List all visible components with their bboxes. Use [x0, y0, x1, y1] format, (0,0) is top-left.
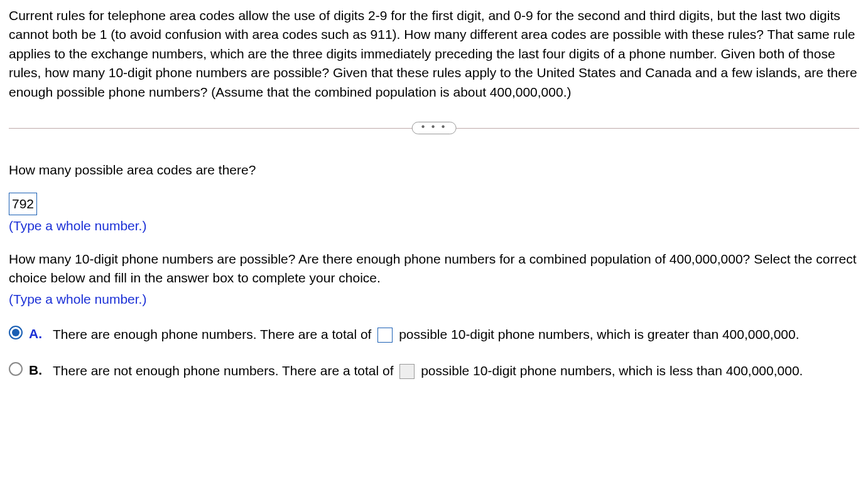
choice-a-fill-input[interactable]: [377, 328, 393, 343]
question-1-prompt: How many possible area codes are there?: [9, 161, 859, 179]
radio-selected-dot: [12, 329, 19, 336]
choice-a-text: There are enough phone numbers. There ar…: [53, 323, 859, 346]
ellipsis-button[interactable]: • • •: [412, 122, 457, 134]
section-divider: • • •: [9, 120, 859, 136]
problem-statement: Current rules for telephone area codes a…: [9, 6, 859, 102]
question-2-prompt: How many 10-digit phone numbers are poss…: [9, 250, 859, 288]
choice-a-row: A. There are enough phone numbers. There…: [9, 323, 859, 346]
choice-b-label: B.: [29, 361, 45, 380]
choice-b-row: B. There are not enough phone numbers. T…: [9, 360, 859, 382]
choice-b-radio[interactable]: [9, 362, 23, 376]
choice-b-text: There are not enough phone numbers. Ther…: [53, 360, 859, 382]
choice-b-text-post: possible 10-digit phone numbers, which i…: [421, 363, 803, 378]
choice-a-text-post: possible 10-digit phone numbers, which i…: [399, 327, 799, 341]
choice-b-fill-input[interactable]: [399, 364, 415, 379]
question-2-hint: (Type a whole number.): [9, 290, 859, 309]
choice-a-radio[interactable]: [9, 326, 23, 339]
multiple-choice-group: A. There are enough phone numbers. There…: [9, 323, 859, 382]
area-code-answer-input[interactable]: 792: [9, 193, 37, 215]
choice-a-label: A.: [29, 324, 45, 343]
question-1-hint: (Type a whole number.): [9, 216, 859, 235]
choice-a-text-pre: There are enough phone numbers. There ar…: [53, 327, 371, 341]
choice-b-text-pre: There are not enough phone numbers. Ther…: [53, 363, 393, 378]
